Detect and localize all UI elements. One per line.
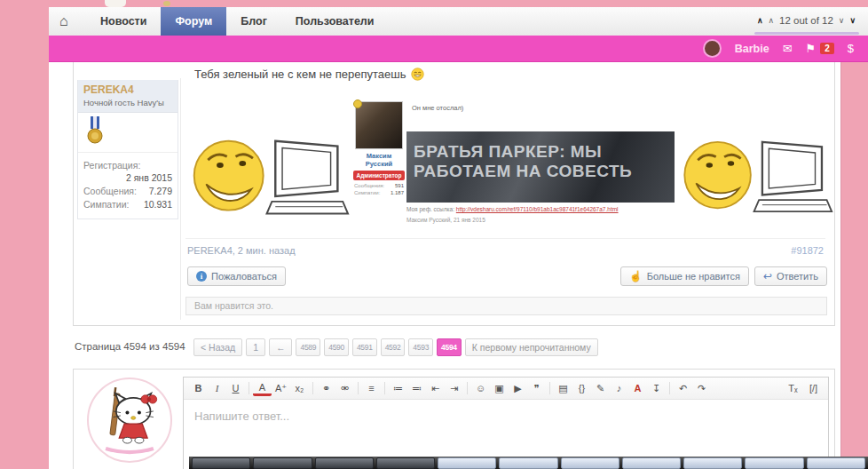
- taskbar-window[interactable]: [683, 457, 742, 469]
- font-icon[interactable]: A: [628, 380, 647, 397]
- tab-users[interactable]: Пользователи: [281, 7, 389, 36]
- draw-icon[interactable]: ✎: [591, 380, 610, 397]
- tab-forum[interactable]: Форум: [161, 7, 226, 36]
- code-icon[interactable]: {}: [572, 380, 591, 397]
- main-nav: ⌂ НовостиФорумБлогПользователи ∧ ∧ 12 ou…: [49, 7, 868, 36]
- bullet-list-icon[interactable]: ≔: [389, 380, 407, 397]
- author-stat-row: Сообщения:7.279: [83, 186, 172, 196]
- donate-icon[interactable]: $: [848, 42, 854, 55]
- referral-link[interactable]: http://vdesharu.com/ref/97110/b91ab1ac98…: [456, 206, 619, 212]
- tab-blog[interactable]: Блог: [226, 7, 281, 36]
- alerts-icon[interactable]: ⚑: [806, 42, 817, 55]
- sub-sup-icon[interactable]: x₂: [290, 380, 309, 397]
- stat-value: 7.279: [149, 186, 172, 196]
- current-page-button[interactable]: 4594: [437, 338, 462, 356]
- page-button[interactable]: 4593: [408, 338, 433, 356]
- remove-format-icon[interactable]: Tₓ: [784, 380, 802, 397]
- post-author-timestamp[interactable]: PEREKA4, 2 мин. назад: [187, 245, 296, 256]
- home-icon[interactable]: ⌂: [59, 7, 68, 36]
- quoted-author-name[interactable]: Максим Русский: [353, 152, 405, 168]
- page-button[interactable]: 4589: [296, 338, 320, 356]
- unlike-button-label: Больше не нравится: [647, 271, 740, 282]
- chevron-up-icon[interactable]: ∧: [768, 16, 774, 25]
- insert-media-icon[interactable]: ▶: [509, 380, 527, 397]
- user-avatar[interactable]: [703, 39, 722, 58]
- insert-quote-icon[interactable]: ❞: [527, 380, 546, 397]
- smilies-icon[interactable]: ☺: [471, 380, 490, 397]
- result-counter-widget[interactable]: ∧ ∧ 12 out of 12 ∨ ∨: [757, 7, 856, 34]
- toggle-bbcode-icon[interactable]: [/]: [804, 380, 823, 397]
- taskbar-window[interactable]: [807, 457, 865, 469]
- referral-label: Моя реф. ссылка:: [406, 206, 454, 212]
- logged-in-username[interactable]: Barbie: [735, 43, 769, 55]
- indent-icon[interactable]: ⇥: [445, 380, 463, 397]
- stat-value: 10.931: [144, 199, 172, 210]
- spoiler-icon[interactable]: ▤: [554, 380, 572, 397]
- prev-page-button[interactable]: < Назад: [193, 338, 242, 356]
- browser-tab-notch: [105, 0, 126, 7]
- outdent-icon[interactable]: ⇤: [426, 380, 445, 397]
- unlink-icon[interactable]: ⚮: [335, 380, 354, 397]
- report-button[interactable]: i Пожаловаться: [187, 266, 286, 286]
- post-image[interactable]: Максим Русский Администратор Сообщения:5…: [185, 98, 833, 231]
- banner-image: БРАТЬЯ ПАРКЕР: МЫ РАБОТАЕМ НА СОВЕСТЬ: [406, 131, 675, 203]
- author-username[interactable]: PEREKA4: [83, 83, 172, 96]
- author-stat-row: Симпатии:10.931: [83, 199, 172, 210]
- underline-icon[interactable]: U: [226, 380, 245, 397]
- insert-audio-icon[interactable]: ♪: [610, 380, 628, 397]
- taskbar-window[interactable]: [315, 457, 374, 469]
- find-highlight: [754, 32, 859, 35]
- reply-button[interactable]: ↩ Ответить: [754, 266, 827, 286]
- page-button[interactable]: 4590: [324, 338, 349, 356]
- text-color-icon[interactable]: A: [253, 380, 272, 396]
- reply-editor[interactable]: BIUAA⁺x₂⚭⚮≡≔≕⇤⇥☺▣▶❞▤{}✎♪A↧↶↷Tₓ[/] Напиши…: [183, 377, 829, 469]
- numbered-list-icon[interactable]: ≕: [407, 380, 426, 397]
- user-bar: Barbie ✉ ⚑ 2 $: [49, 36, 868, 62]
- taskbar-window[interactable]: [438, 457, 496, 469]
- jump-to-unread-button[interactable]: К первому непрочитанному: [465, 338, 598, 356]
- chevron-up-icon[interactable]: ∧: [757, 16, 763, 25]
- post-message-text: Тебя зеленый не с кем не перепутаешь: [194, 68, 424, 81]
- reply-input[interactable]: Напишите ответ...: [184, 400, 828, 433]
- taskbar-window[interactable]: [499, 457, 557, 469]
- insert-link-icon[interactable]: ⚭: [317, 380, 335, 397]
- taskbar-window[interactable]: [376, 457, 435, 469]
- page-button[interactable]: 4591: [352, 338, 377, 356]
- page-range-arrow[interactable]: ←: [269, 338, 293, 356]
- stat-value: 2 янв 2015: [83, 172, 172, 183]
- unlike-button[interactable]: ☝ Больше не нравится: [620, 266, 749, 286]
- redo-icon[interactable]: ↷: [692, 380, 711, 397]
- italic-icon[interactable]: I: [208, 380, 226, 397]
- taskbar-window[interactable]: [561, 457, 619, 469]
- font-size-icon[interactable]: A⁺: [272, 380, 290, 397]
- inbox-icon[interactable]: ✉: [783, 42, 793, 55]
- stat-value: 591: [395, 183, 404, 188]
- chevron-down-icon[interactable]: ∨: [849, 16, 856, 25]
- quoted-stat-row: Сообщения:591: [354, 183, 404, 188]
- author-stats: Регистрация:2 янв 2015Сообщения:7.279Сим…: [78, 153, 178, 219]
- taskbar-window[interactable]: [745, 457, 803, 469]
- toolbar-separator: [549, 382, 550, 394]
- toolbar-separator: [312, 382, 313, 394]
- undo-icon[interactable]: ↶: [674, 380, 692, 397]
- chevron-down-icon[interactable]: ∨: [839, 16, 845, 25]
- taskbar-window[interactable]: [622, 457, 681, 469]
- post-actions: ☝ Больше не нравится ↩ Ответить: [620, 266, 827, 286]
- quoted-stat-row: Симпатии:1.187: [354, 190, 404, 195]
- first-page-button[interactable]: 1: [246, 338, 265, 356]
- reply-editor-card: BIUAA⁺x₂⚭⚮≡≔≕⇤⇥☺▣▶❞▤{}✎♪A↧↶↷Tₓ[/] Напиши…: [73, 369, 835, 469]
- taskbar-window[interactable]: [192, 457, 250, 469]
- column-divider: [180, 78, 181, 320]
- likes-bar[interactable]: Вам нравится это.: [185, 297, 827, 315]
- page-button[interactable]: 4592: [381, 338, 406, 356]
- post-number-link[interactable]: #91872: [791, 245, 824, 256]
- taskbar-window[interactable]: [253, 457, 312, 469]
- post: Тебя зеленый не с кем не перепутаешь PER…: [73, 62, 835, 326]
- text-align-icon[interactable]: ≡: [362, 380, 381, 397]
- bold-icon[interactable]: B: [189, 380, 208, 397]
- alerts-badge[interactable]: 2: [820, 43, 834, 54]
- insert-image-icon[interactable]: ▣: [490, 380, 509, 397]
- save-draft-icon[interactable]: ↧: [647, 380, 666, 397]
- tab-news[interactable]: Новости: [86, 7, 161, 36]
- hello-kitty-avatar[interactable]: [87, 378, 172, 463]
